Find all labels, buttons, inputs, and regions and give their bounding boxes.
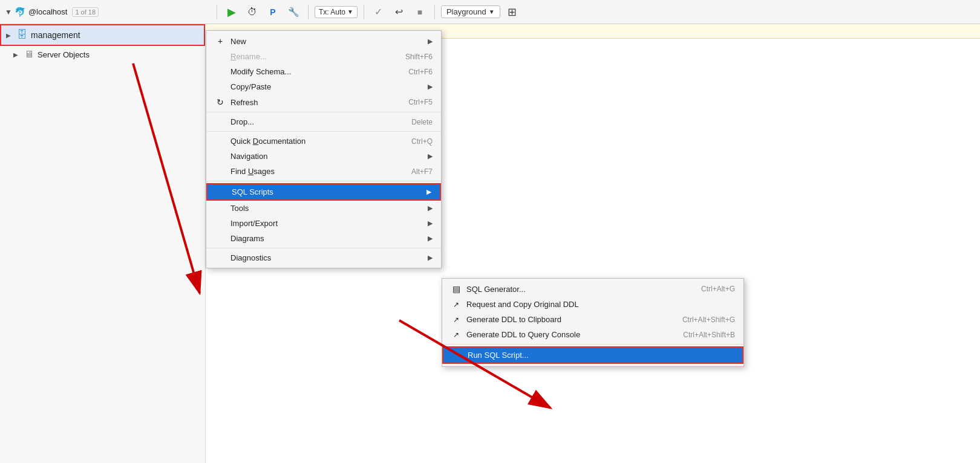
menu-item-modify[interactable]: Modify Schema... Ctrl+F6 [206, 64, 441, 79]
findusages-shortcut: Alt+F7 [411, 167, 433, 176]
submenu-genddlquery-label: Generate DDL to Query Console [466, 330, 580, 339]
tx-chevron-icon: ▼ [347, 8, 353, 15]
menu-divider-4 [206, 248, 441, 248]
submenu-item-sqlgen[interactable]: ▤ SQL Generator... Ctrl+Alt+G [442, 281, 743, 297]
menu-quickdoc-label: Quick Documentation [230, 137, 305, 146]
diagnostics-arrow-icon: ▶ [428, 254, 433, 262]
submenu-item-genddlquery[interactable]: ↗ Generate DDL to Query Console Ctrl+Alt… [442, 327, 743, 342]
menu-item-tools[interactable]: Tools ▶ [206, 201, 441, 216]
sqlgen-icon: ▤ [451, 284, 462, 294]
menu-findusages-label: Find Usages [230, 167, 275, 176]
navigation-arrow-icon: ▶ [428, 152, 433, 160]
menu-drop-label: Drop... [230, 117, 254, 126]
drop-shortcut: Delete [411, 118, 433, 126]
rename-shortcut: Shift+F6 [405, 53, 433, 61]
submenu-sqlgen-label: SQL Generator... [466, 285, 526, 294]
wrench-button[interactable]: 🔧 [285, 4, 302, 21]
diagrams-arrow-icon: ▶ [428, 235, 433, 242]
menu-item-findusages[interactable]: Find Usages Alt+F7 [206, 164, 441, 179]
menu-item-new[interactable]: + New ▶ [206, 33, 441, 49]
tx-label: Tx: Auto [319, 8, 345, 16]
modify-shortcut: Ctrl+F6 [408, 68, 433, 76]
sqlgen-shortcut: Ctrl+Alt+G [701, 285, 735, 293]
management-chevron-icon: ▶ [6, 32, 13, 39]
page-info-badge: 1 of 18 [72, 7, 99, 17]
toolbar-separator-2 [308, 5, 309, 19]
menu-item-quickdoc[interactable]: Quick Documentation Ctrl+Q [206, 134, 441, 149]
run-button[interactable]: ▶ [223, 4, 240, 21]
menu-item-copypaste[interactable]: Copy/Paste ▶ [206, 79, 441, 94]
submenu-item-runsql[interactable]: Run SQL Script... [442, 346, 743, 364]
menu-item-drop[interactable]: Drop... Delete [206, 114, 441, 129]
submenu-item-genddlclip[interactable]: ↗ Generate DDL to Clipboard Ctrl+Alt+Shi… [442, 312, 743, 327]
playground-label: Playground [446, 7, 486, 16]
management-db-icon: 🗄 [17, 29, 27, 41]
menu-item-importexport[interactable]: Import/Export ▶ [206, 216, 441, 231]
undo-button[interactable]: ↩ [391, 4, 408, 21]
toolbar-left: ▼ 🐬 @localhost 1 of 18 [5, 7, 211, 18]
requestcopy-icon: ↗ [451, 300, 462, 309]
main-layout: ▶ 🗄 management ▶ 🖥 Server Objects [0, 24, 980, 463]
menu-refresh-label: Refresh [230, 98, 258, 107]
refresh-icon: ↻ [215, 97, 226, 107]
sidebar-item-management[interactable]: ▶ 🗄 management [0, 24, 205, 46]
sql-scripts-submenu: ▤ SQL Generator... Ctrl+Alt+G ↗ Request … [442, 278, 744, 367]
db-tree-icon: 🐬 [15, 7, 26, 18]
menu-item-sqlscripts[interactable]: SQL Scripts ▶ [206, 183, 441, 201]
refresh-shortcut: Ctrl+F5 [408, 98, 433, 106]
submenu-runsql-label: Run SQL Script... [468, 351, 529, 360]
context-menu: + New ▶ Rename... Shift+F6 Modify Schema… [206, 30, 442, 268]
quickdoc-shortcut: Ctrl+Q [411, 137, 433, 146]
toolbar: ▼ 🐬 @localhost 1 of 18 ▶ ⏱ P 🔧 Tx: Auto … [0, 0, 980, 24]
menu-diagrams-label: Diagrams [230, 234, 264, 243]
pause-button[interactable]: P [264, 4, 281, 21]
menu-item-refresh[interactable]: ↻ Refresh Ctrl+F5 [206, 94, 441, 110]
playground-chevron-icon: ▼ [489, 8, 495, 15]
menu-divider-1 [206, 112, 441, 112]
history-button[interactable]: ⏱ [244, 4, 261, 21]
toolbar-separator-4 [434, 5, 435, 19]
menu-divider-3 [206, 181, 441, 181]
sidebar: ▶ 🗄 management ▶ 🖥 Server Objects [0, 24, 206, 463]
sidebar-item-server-objects[interactable]: ▶ 🖥 Server Objects [0, 46, 205, 63]
submenu-requestcopy-label: Request and Copy Original DDL [466, 300, 579, 309]
genddlquery-shortcut: Ctrl+Alt+Shift+B [683, 331, 735, 339]
menu-sqlscripts-label: SQL Scripts [232, 187, 273, 196]
new-arrow-icon: ▶ [428, 37, 433, 45]
menu-copypaste-label: Copy/Paste [230, 82, 271, 91]
menu-item-rename: Rename... Shift+F6 [206, 49, 441, 64]
collapse-chevron[interactable]: ▼ [5, 8, 12, 16]
submenu-divider-1 [442, 344, 743, 345]
menu-importexport-label: Import/Export [230, 219, 278, 228]
grid-button[interactable]: ⊞ [504, 4, 521, 21]
genddlclip-shortcut: Ctrl+Alt+Shift+G [682, 316, 735, 324]
copypaste-arrow-icon: ▶ [428, 83, 433, 91]
server-objects-label: Server Objects [38, 50, 90, 59]
menu-item-navigation[interactable]: Navigation ▶ [206, 149, 441, 164]
sqlscripts-arrow-icon: ▶ [426, 188, 431, 196]
playground-button[interactable]: Playground ▼ [441, 5, 500, 18]
server-objects-icon: 🖥 [24, 49, 34, 60]
menu-item-diagnostics[interactable]: Diagnostics ▶ [206, 250, 441, 265]
db-name-label: @localhost [28, 7, 68, 16]
menu-modify-label: Modify Schema... [230, 67, 291, 76]
genddlclip-icon: ↗ [451, 316, 462, 324]
tx-dropdown[interactable]: Tx: Auto ▼ [315, 6, 358, 18]
new-icon: + [215, 36, 226, 46]
server-objects-chevron-icon: ▶ [13, 51, 21, 58]
menu-tools-label: Tools [230, 204, 249, 213]
menu-diagnostics-label: Diagnostics [230, 253, 271, 262]
check-button[interactable]: ✓ [370, 4, 387, 21]
toolbar-separator-1 [217, 5, 217, 19]
importexport-arrow-icon: ▶ [428, 219, 433, 227]
menu-item-diagrams[interactable]: Diagrams ▶ [206, 231, 441, 246]
management-label: management [31, 30, 80, 40]
menu-rename-label: Rename... [230, 52, 267, 61]
genddlquery-icon: ↗ [451, 331, 462, 339]
submenu-item-requestcopy[interactable]: ↗ Request and Copy Original DDL [442, 297, 743, 312]
submenu-genddlclip-label: Generate DDL to Clipboard [466, 315, 561, 324]
toolbar-separator-3 [364, 5, 364, 19]
menu-navigation-label: Navigation [230, 152, 267, 161]
stop-button[interactable]: ■ [411, 4, 428, 21]
menu-divider-2 [206, 131, 441, 132]
